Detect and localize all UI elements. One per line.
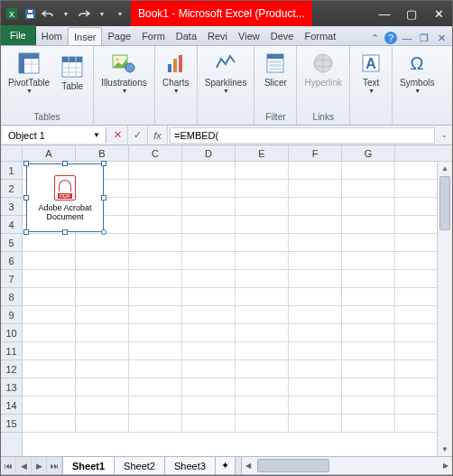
sheet-prev-icon[interactable]: ◀ (16, 457, 32, 474)
row-header[interactable]: 8 (1, 288, 22, 306)
svg-text:X: X (9, 10, 14, 19)
illustrations-button[interactable]: Illustrations▼ (97, 48, 151, 96)
maximize-button[interactable]: ▢ (398, 1, 425, 26)
name-box[interactable]: Object 1 ▼ (3, 127, 106, 143)
row-header[interactable]: 1 (1, 162, 22, 180)
expand-formula-icon[interactable]: ⌄ (437, 131, 452, 139)
row-header[interactable]: 2 (1, 180, 22, 198)
tab-developer[interactable]: Deve (265, 27, 300, 45)
save-icon[interactable] (23, 6, 37, 21)
minimize-button[interactable]: ― (371, 1, 398, 26)
group-links: Hyperlink Links (297, 46, 350, 125)
sheet-first-icon[interactable]: ⏮ (1, 457, 16, 474)
row-header[interactable]: 4 (1, 216, 22, 234)
group-tables-label: Tables (34, 111, 60, 123)
close-button[interactable]: ✕ (425, 1, 452, 26)
row-header[interactable]: 14 (1, 397, 22, 415)
doc-close-icon[interactable]: ✕ (434, 31, 448, 45)
doc-minimize-icon[interactable]: ― (400, 31, 414, 45)
tab-review[interactable]: Revi (202, 27, 233, 45)
pdf-badge: PDF (58, 193, 72, 199)
sheet-tab[interactable]: Sheet1 (63, 457, 115, 474)
col-header[interactable]: A (23, 145, 76, 161)
vscroll-thumb[interactable] (439, 176, 450, 230)
formula-input[interactable]: =EMBED( (170, 127, 435, 144)
slicer-button[interactable]: Slicer (258, 48, 292, 89)
group-illustrations: Illustrations▼ (94, 46, 155, 125)
svg-text:A: A (365, 56, 376, 71)
text-button[interactable]: A Text▼ (354, 48, 388, 96)
embedded-object[interactable]: PDF Adobe Acrobat Document (26, 163, 104, 232)
scroll-right-icon[interactable]: ▶ (439, 462, 452, 470)
accept-formula-icon[interactable]: ✓ (128, 126, 148, 145)
col-header[interactable]: D (182, 145, 236, 161)
new-sheet-button[interactable]: ✦ (216, 457, 236, 474)
titlebar: X ▼ ▼ ▾ Book1 - Microsoft Excel (Product… (1, 1, 452, 26)
col-header[interactable]: C (129, 145, 182, 161)
sparklines-icon (212, 50, 239, 77)
svg-rect-11 (62, 57, 82, 62)
help-icon[interactable]: ? (384, 32, 397, 44)
col-header[interactable]: E (236, 145, 289, 161)
tab-home[interactable]: Hom (36, 27, 68, 45)
name-box-dropdown-icon[interactable]: ▼ (93, 131, 100, 139)
scroll-down-icon[interactable]: ▼ (438, 443, 452, 456)
tab-view[interactable]: View (233, 27, 265, 45)
hscroll-thumb[interactable] (257, 459, 329, 472)
illustrations-icon (110, 50, 137, 77)
tab-page[interactable]: Page (102, 27, 136, 45)
horizontal-scrollbar[interactable]: ◀ ▶ (241, 457, 452, 474)
charts-icon (162, 50, 190, 77)
window-controls: ― ▢ ✕ (371, 1, 452, 26)
undo-icon[interactable] (41, 6, 55, 21)
file-tab[interactable]: File (1, 25, 36, 45)
tab-formulas[interactable]: Form (136, 27, 171, 45)
redo-icon[interactable] (77, 6, 91, 21)
col-header[interactable]: B (76, 145, 129, 161)
cells-area[interactable]: PDF Adobe Acrobat Document (23, 162, 437, 456)
row-header[interactable]: 12 (1, 360, 22, 378)
svg-rect-26 (269, 68, 282, 70)
doc-restore-icon[interactable]: ❐ (417, 31, 431, 45)
qat-customize-icon[interactable]: ▾ (113, 6, 127, 21)
row-header[interactable]: 7 (1, 270, 22, 288)
sheet-tab[interactable]: Sheet2 (115, 457, 165, 474)
sparklines-button[interactable]: Sparklines▼ (201, 48, 251, 96)
pivottable-button[interactable]: PivotTable▼ (5, 48, 53, 96)
sheet-next-icon[interactable]: ▶ (32, 457, 47, 474)
table-button[interactable]: Table (55, 48, 89, 96)
col-header[interactable]: F (289, 145, 342, 161)
tab-format[interactable]: Format (299, 27, 341, 45)
row-header[interactable]: 15 (1, 415, 22, 433)
text-label: Text (363, 78, 379, 88)
select-all-corner[interactable] (1, 145, 23, 162)
sheet-tab[interactable]: Sheet3 (165, 457, 216, 474)
ribbon-tabs: File Hom Inser Page Form Data Revi View … (1, 26, 452, 46)
symbols-button[interactable]: Ω Symbols▼ (396, 48, 438, 96)
row-header[interactable]: 9 (1, 306, 22, 324)
svg-rect-19 (168, 64, 171, 72)
scroll-left-icon[interactable]: ◀ (242, 462, 255, 470)
sheet-last-icon[interactable]: ⏭ (47, 457, 62, 474)
qat-dropdown-icon[interactable]: ▼ (59, 6, 73, 21)
row-header[interactable]: 6 (1, 252, 22, 270)
row-header[interactable]: 10 (1, 324, 22, 342)
scroll-up-icon[interactable]: ▲ (438, 162, 452, 175)
qat-dropdown2-icon[interactable]: ▼ (95, 6, 109, 21)
vertical-scrollbar[interactable]: ▲ ▼ (437, 162, 452, 456)
minimize-ribbon-icon[interactable]: ⌃ (367, 31, 382, 45)
row-header[interactable]: 5 (1, 234, 22, 252)
fx-icon[interactable]: fx (148, 126, 168, 145)
tab-insert[interactable]: Inser (68, 27, 102, 45)
name-box-value: Object 1 (8, 130, 45, 141)
col-header[interactable]: G (342, 145, 395, 161)
row-header[interactable]: 3 (1, 198, 22, 216)
embedded-label1: Adobe Acrobat (38, 203, 91, 212)
tab-data[interactable]: Data (171, 27, 202, 45)
table-label: Table (61, 81, 83, 91)
cancel-formula-icon[interactable]: ✕ (108, 126, 128, 145)
charts-button[interactable]: Charts▼ (159, 48, 193, 96)
group-symbols: Ω Symbols▼ (393, 46, 441, 125)
row-header[interactable]: 13 (1, 378, 22, 397)
row-header[interactable]: 11 (1, 342, 22, 360)
